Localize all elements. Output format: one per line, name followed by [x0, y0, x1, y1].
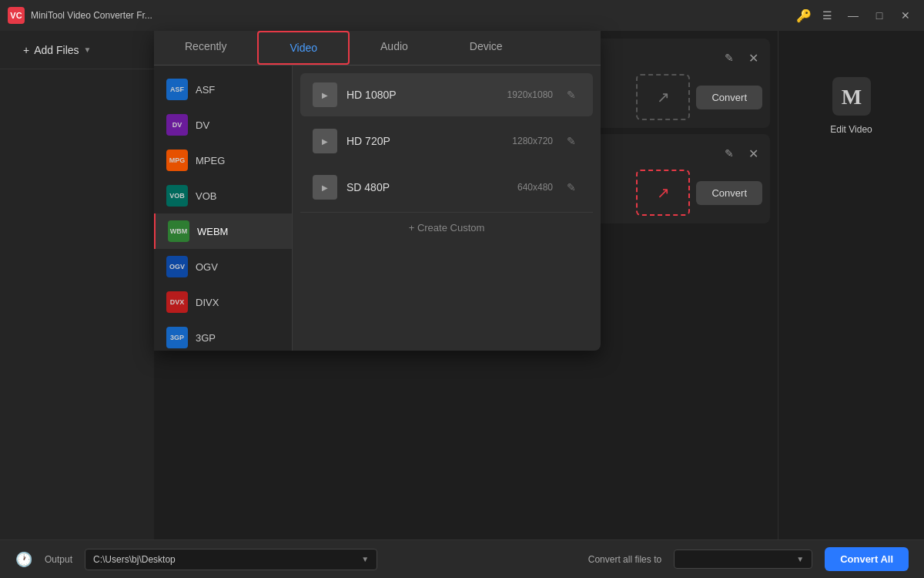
minimize-button[interactable]: —	[842, 5, 864, 26]
format-placeholder-icon-1: ↗	[657, 88, 670, 106]
output-label: Output	[45, 554, 72, 565]
tab-video[interactable]: Video	[257, 31, 350, 65]
app-logo: VC	[8, 7, 25, 24]
quality-name-hd720: HD 720P	[346, 135, 503, 147]
tab-audio[interactable]: Audio	[350, 31, 439, 65]
maximize-button[interactable]: □	[869, 5, 890, 26]
file-row-right-1: ✎ ✕ ↗ Convert	[636, 46, 762, 120]
title-bar-controls: 🔑 ☰ — □ ✕	[796, 5, 916, 26]
clock-icon: 🕐	[15, 551, 32, 568]
dropdown-body: ASF ASF DV DV MPG MPEG VOB VOB WBM WEBM …	[154, 66, 601, 351]
convert-button-1[interactable]: Convert	[696, 86, 762, 109]
title-bar: VC MiniTool Video Converter Fr... 🔑 ☰ — …	[0, 0, 924, 31]
chevron-down-icon: ▼	[84, 45, 92, 54]
dv-icon: DV	[166, 114, 188, 136]
asf-icon: ASF	[166, 79, 188, 100]
quality-item-hd720[interactable]: ▶ HD 720P 1280x720 ✎	[300, 119, 593, 163]
output-path-text: C:\Users\bj\Desktop	[93, 554, 176, 565]
quality-icon-sd480: ▶	[313, 175, 337, 200]
format-label-vob: VOB	[196, 190, 216, 202]
quality-resolution-sd480: 640x480	[517, 182, 553, 193]
edit-button-1[interactable]: ✎	[718, 46, 741, 69]
format-box-1[interactable]: ↗	[636, 74, 690, 120]
quality-name-sd480: SD 480P	[346, 181, 508, 193]
tab-device[interactable]: Device	[439, 31, 534, 65]
row-top-actions-1: ✎ ✕	[718, 46, 762, 69]
format-item-3gp[interactable]: 3GP 3GP	[154, 320, 292, 351]
convert-all-label: Convert all files to	[588, 554, 661, 565]
row-bottom-2: ↗ Convert	[636, 170, 762, 216]
convert-all-select[interactable]: ▼	[674, 549, 812, 569]
format-placeholder-icon-2: ↗	[657, 183, 670, 202]
format-item-vob[interactable]: VOB VOB	[154, 178, 292, 213]
key-icon: 🔑	[796, 8, 812, 23]
bottom-bar: 🕐 Output C:\Users\bj\Desktop ▼ Convert a…	[0, 539, 924, 578]
quality-resolution-hd1080: 1920x1080	[507, 89, 553, 100]
close-button[interactable]: ✕	[895, 5, 916, 26]
format-item-webm[interactable]: WBM WEBM	[154, 213, 292, 249]
format-dropdown: Recently Video Audio Device ASF ASF DV D…	[154, 31, 601, 351]
format-label-3gp: 3GP	[196, 332, 216, 344]
quality-icon-hd720: ▶	[313, 129, 337, 153]
format-item-mpeg[interactable]: MPG MPEG	[154, 143, 292, 178]
format-label-ogv: OGV	[196, 261, 218, 273]
mpeg-icon: MPG	[166, 150, 188, 171]
edit-video-label: Edit Video	[830, 124, 872, 135]
format-item-ogv[interactable]: OGV OGV	[154, 249, 292, 284]
close-row-button-2[interactable]: ✕	[744, 144, 762, 163]
tab-recently[interactable]: Recently	[154, 31, 257, 65]
quality-edit-button-hd1080[interactable]: ✎	[562, 86, 581, 104]
add-files-button[interactable]: + Add Files ▼	[15, 39, 99, 61]
output-path-display[interactable]: C:\Users\bj\Desktop ▼	[85, 549, 377, 570]
edit-button-2[interactable]: ✎	[718, 142, 741, 165]
format-label-divx: DIVX	[196, 297, 219, 308]
webm-icon: WBM	[168, 220, 189, 242]
divx-icon: DVX	[166, 291, 188, 313]
quality-list: ▶ HD 1080P 1920x1080 ✎ ▶ HD 720P 1280x72…	[293, 66, 601, 351]
edit-video-icon: M	[829, 73, 875, 119]
format-label-asf: ASF	[196, 84, 215, 96]
quality-icon-hd1080: ▶	[313, 82, 337, 107]
svg-text:M: M	[841, 85, 861, 109]
toolbar: + Add Files ▼	[0, 31, 154, 69]
quality-name-hd1080: HD 1080P	[346, 89, 498, 101]
convert-button-2[interactable]: Convert	[696, 181, 762, 205]
ogv-icon: OGV	[166, 256, 188, 277]
format-list: ASF ASF DV DV MPG MPEG VOB VOB WBM WEBM …	[154, 66, 293, 351]
menu-button[interactable]: ☰	[816, 5, 838, 26]
output-path-chevron: ▼	[361, 555, 369, 563]
edit-video-section: M Edit Video	[778, 31, 924, 539]
format-label-webm: WEBM	[197, 226, 228, 237]
format-label-dv: DV	[196, 119, 209, 131]
row-bottom-1: ↗ Convert	[636, 74, 762, 120]
format-label-mpeg: MPEG	[196, 155, 225, 166]
dropdown-tabs: Recently Video Audio Device	[154, 31, 601, 66]
convert-all-button[interactable]: Convert All	[825, 547, 909, 571]
file-row-right-2: ✎ ✕ ↗ Convert	[636, 142, 762, 216]
add-files-label: Add Files	[34, 44, 79, 56]
vob-icon: VOB	[166, 185, 188, 207]
quality-item-hd1080[interactable]: ▶ HD 1080P 1920x1080 ✎	[300, 73, 593, 116]
quality-item-sd480[interactable]: ▶ SD 480P 640x480 ✎	[300, 166, 593, 209]
3gp-icon: 3GP	[166, 327, 188, 348]
convert-all-chevron: ▼	[796, 555, 804, 563]
close-row-button-1[interactable]: ✕	[744, 49, 762, 67]
quality-resolution-hd720: 1280x720	[512, 136, 553, 146]
title-bar-left: VC MiniTool Video Converter Fr...	[8, 7, 152, 24]
quality-edit-button-hd720[interactable]: ✎	[562, 132, 581, 150]
format-item-divx[interactable]: DVX DIVX	[154, 284, 292, 320]
add-icon: +	[23, 44, 29, 56]
create-custom-button[interactable]: + Create Custom	[300, 212, 593, 243]
row-top-actions-2: ✎ ✕	[718, 142, 762, 165]
format-item-dv[interactable]: DV DV	[154, 107, 292, 143]
brand-logo-icon: M	[832, 77, 871, 116]
format-box-2[interactable]: ↗	[636, 170, 690, 216]
format-item-asf[interactable]: ASF ASF	[154, 72, 292, 107]
sidebar: + Add Files ▼	[0, 31, 154, 539]
app-title: MiniTool Video Converter Fr...	[31, 10, 152, 21]
quality-edit-button-sd480[interactable]: ✎	[562, 178, 581, 197]
